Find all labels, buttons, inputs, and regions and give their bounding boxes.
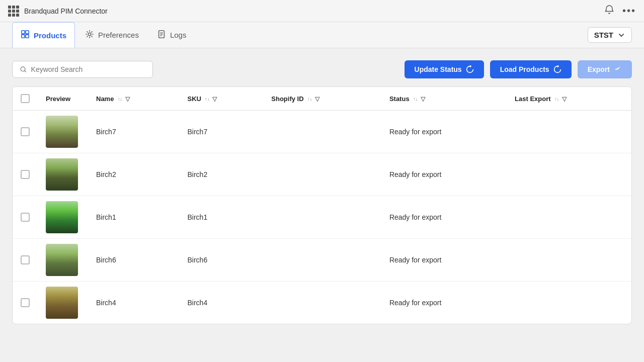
row-checkbox[interactable] [21, 127, 30, 136]
status-filter-icon[interactable]: ▽ [421, 96, 425, 103]
svg-rect-3 [26, 35, 29, 38]
notification-icon[interactable] [604, 5, 614, 17]
topbar: Brandquad PIM Connector ••• [0, 0, 644, 22]
name-filter-icon[interactable]: ▽ [125, 96, 130, 103]
export-button[interactable]: Export [578, 60, 632, 78]
row-shopify-id [263, 111, 381, 153]
preferences-tab-icon [85, 30, 94, 41]
row-name: Birch6 [88, 239, 179, 282]
logs-tab-icon [157, 30, 166, 41]
table-row: Birch4 Birch4 Ready for export [13, 282, 631, 324]
header-status[interactable]: Status ↑↓ ▽ [381, 87, 507, 111]
row-preview [38, 111, 88, 153]
row-preview [38, 239, 88, 282]
main-content: Update Status Load Products Export [0, 48, 644, 336]
name-sort-icon[interactable]: ↑↓ [118, 97, 122, 102]
tab-preferences-label: Preferences [98, 31, 139, 39]
shopify-sort-icon[interactable]: ↑↓ [307, 97, 312, 102]
row-shopify-id [263, 239, 381, 282]
tab-preferences[interactable]: Preferences [77, 22, 147, 48]
search-icon [20, 65, 27, 73]
row-status: Ready for export [381, 239, 507, 282]
row-preview [38, 282, 88, 324]
header-checkbox-cell [13, 87, 38, 111]
more-options-icon[interactable]: ••• [622, 5, 636, 17]
send-icon [614, 65, 622, 73]
product-image [46, 158, 78, 191]
export-label: Export [588, 65, 610, 73]
row-checkbox[interactable] [21, 255, 30, 264]
nav-row: Products Preferences Logs [0, 22, 644, 48]
row-preview [38, 153, 88, 196]
update-status-button[interactable]: Update Status [405, 60, 484, 78]
search-box[interactable] [12, 61, 153, 78]
svg-rect-0 [22, 31, 25, 34]
tab-logs[interactable]: Logs [149, 22, 195, 48]
row-shopify-id [263, 196, 381, 239]
tab-products-label: Products [34, 31, 66, 40]
table-row: Birch7 Birch7 Ready for export [13, 111, 631, 153]
row-status: Ready for export [381, 196, 507, 239]
row-last-export [507, 239, 631, 282]
products-table: Preview Name ↑↓ ▽ SKU ↑↓ ▽ Shopify ID [13, 87, 631, 324]
search-input[interactable] [31, 65, 145, 73]
row-last-export [507, 111, 631, 153]
tab-products[interactable]: Products [12, 22, 75, 48]
svg-point-4 [88, 33, 91, 35]
row-name: Birch2 [88, 153, 179, 196]
table-row: Birch2 Birch2 Ready for export [13, 153, 631, 196]
row-name: Birch1 [88, 196, 179, 239]
header-sku[interactable]: SKU ↑↓ ▽ [179, 87, 263, 111]
load-products-button[interactable]: Load Products [490, 60, 572, 78]
row-status: Ready for export [381, 282, 507, 324]
table-row: Birch1 Birch1 Ready for export [13, 196, 631, 239]
row-checkbox-cell [13, 282, 38, 324]
svg-rect-1 [26, 31, 29, 34]
row-checkbox[interactable] [21, 170, 30, 179]
refresh-icon [466, 65, 474, 73]
sku-filter-icon[interactable]: ▽ [212, 96, 217, 103]
product-image [46, 201, 78, 233]
product-image [46, 287, 78, 319]
topbar-right: ••• [604, 5, 636, 17]
row-shopify-id [263, 282, 381, 324]
row-checkbox-cell [13, 153, 38, 196]
select-all-checkbox[interactable] [21, 94, 30, 103]
row-sku: Birch2 [179, 153, 263, 196]
row-status: Ready for export [381, 153, 507, 196]
row-last-export [507, 196, 631, 239]
row-checkbox[interactable] [21, 298, 30, 307]
shopify-filter-icon[interactable]: ▽ [315, 96, 319, 103]
store-selector[interactable]: STST [588, 27, 632, 43]
product-image [46, 244, 78, 276]
row-name: Birch4 [88, 282, 179, 324]
last-export-sort-icon[interactable]: ↑↓ [554, 97, 559, 102]
row-name: Birch7 [88, 111, 179, 153]
apps-icon[interactable] [8, 6, 19, 17]
row-shopify-id [263, 153, 381, 196]
row-preview [38, 196, 88, 239]
header-last-export[interactable]: Last Export ↑↓ ▽ [507, 87, 631, 111]
header-name[interactable]: Name ↑↓ ▽ [88, 87, 179, 111]
update-status-label: Update Status [415, 65, 462, 73]
svg-line-10 [25, 71, 26, 72]
row-checkbox[interactable] [21, 213, 30, 222]
nav-tabs: Products Preferences Logs [12, 22, 194, 48]
header-preview: Preview [38, 87, 88, 111]
sku-sort-icon[interactable]: ↑↓ [205, 97, 210, 102]
row-sku: Birch4 [179, 282, 263, 324]
svg-rect-2 [22, 35, 25, 38]
row-checkbox-cell [13, 196, 38, 239]
row-last-export [507, 153, 631, 196]
row-status: Ready for export [381, 111, 507, 153]
last-export-filter-icon[interactable]: ▽ [562, 96, 567, 103]
product-image [46, 116, 78, 148]
row-sku: Birch7 [179, 111, 263, 153]
load-products-label: Load Products [500, 65, 549, 73]
topbar-left: Brandquad PIM Connector [8, 6, 108, 17]
table-header-row: Preview Name ↑↓ ▽ SKU ↑↓ ▽ Shopify ID [13, 87, 631, 111]
header-shopify-id[interactable]: Shopify ID ↑↓ ▽ [263, 87, 381, 111]
status-sort-icon[interactable]: ↑↓ [413, 97, 418, 102]
row-checkbox-cell [13, 239, 38, 282]
tab-logs-label: Logs [170, 31, 187, 39]
